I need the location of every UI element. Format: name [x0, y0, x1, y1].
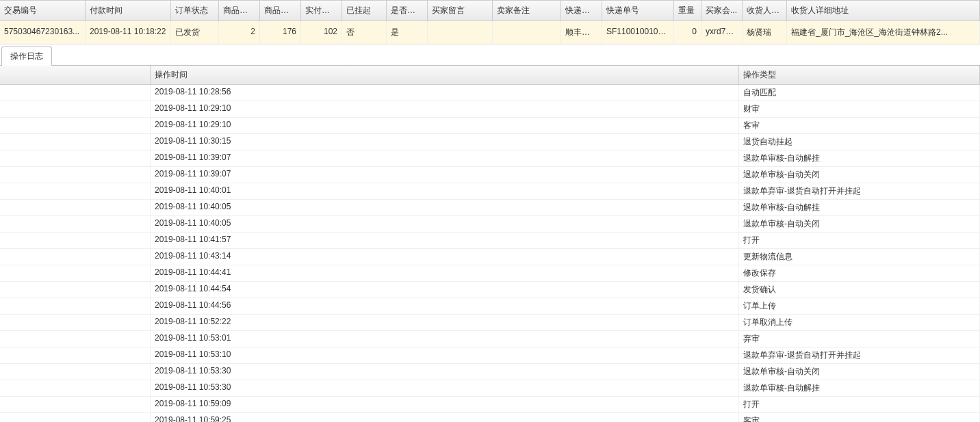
log-cell-spacer: [0, 167, 151, 183]
log-row[interactable]: 2019-08-11 10:53:10退款单弃审-退货自动打开并挂起: [0, 347, 980, 364]
col-header-courier[interactable]: 快递公司: [561, 1, 602, 21]
log-cell-spacer: [0, 150, 151, 166]
order-header-row: 交易编号 付款时间 订单状态 商品数量 商品金额 实付金额 已挂起 是否开票 买…: [0, 0, 980, 21]
log-cell-time: 2019-08-11 10:40:05: [151, 200, 739, 215]
log-cell-spacer: [0, 200, 151, 215]
log-cell-type: 退款单审核-自动关闭: [739, 167, 980, 183]
log-row[interactable]: 2019-08-11 10:41:57打开: [0, 233, 980, 249]
col-header-buyer-msg[interactable]: 买家留言: [428, 1, 493, 21]
log-cell-type: 自动匹配: [739, 85, 980, 101]
col-header-seller-note[interactable]: 卖家备注: [493, 1, 561, 21]
log-cell-time: 2019-08-11 10:59:09: [151, 397, 739, 412]
log-row[interactable]: 2019-08-11 10:29:10客审: [0, 118, 980, 134]
log-row[interactable]: 2019-08-11 10:43:14更新物流信息: [0, 249, 980, 265]
log-cell-type: 退款单弃审-退货自动打开并挂起: [739, 347, 980, 363]
log-cell-time: 2019-08-11 10:53:01: [151, 331, 739, 347]
log-header-spacer: [0, 66, 151, 84]
log-cell-time: 2019-08-11 10:39:07: [151, 167, 739, 183]
log-cell-spacer: [0, 134, 151, 150]
log-cell-type: 打开: [739, 233, 980, 248]
cell-pending: 否: [342, 21, 387, 44]
log-row[interactable]: 2019-08-11 10:53:01弃审: [0, 331, 980, 347]
log-cell-time: 2019-08-11 10:40:01: [151, 183, 739, 199]
log-cell-time: 2019-08-11 10:40:05: [151, 216, 739, 232]
log-cell-spacer: [0, 364, 151, 380]
log-cell-spacer: [0, 331, 151, 347]
cell-tracking: SF1100100100...: [602, 21, 674, 44]
log-row[interactable]: 2019-08-11 10:53:30退款单审核-自动关闭: [0, 364, 980, 380]
log-cell-time: 2019-08-11 10:44:54: [151, 282, 739, 298]
tabs: 操作日志: [0, 46, 980, 66]
log-row[interactable]: 2019-08-11 10:40:01退款单弃审-退货自动打开并挂起: [0, 183, 980, 200]
col-header-invoice[interactable]: 是否开票: [387, 1, 428, 21]
cell-courier: 顺丰隔日: [561, 21, 602, 44]
log-row[interactable]: 2019-08-11 10:44:54发货确认: [0, 282, 980, 298]
cell-invoice: 是: [387, 21, 428, 44]
log-row[interactable]: 2019-08-11 10:40:05退款单审核-自动解挂: [0, 200, 980, 216]
log-cell-spacer: [0, 265, 151, 281]
log-cell-time: 2019-08-11 10:29:10: [151, 101, 739, 117]
log-cell-spacer: [0, 118, 151, 133]
col-header-address[interactable]: 收货人详细地址: [787, 1, 980, 21]
log-row[interactable]: 2019-08-11 10:59:25客审: [0, 413, 980, 422]
col-header-op-type[interactable]: 操作类型: [739, 66, 980, 84]
cell-status: 已发货: [171, 21, 219, 44]
col-header-amount[interactable]: 商品金额: [260, 1, 301, 21]
col-header-qty[interactable]: 商品数量: [219, 1, 260, 21]
log-cell-spacer: [0, 315, 151, 330]
order-row[interactable]: 575030467230163... 2019-08-11 10:18:22 已…: [0, 21, 980, 44]
log-cell-spacer: [0, 85, 151, 101]
log-cell-time: 2019-08-11 10:44:56: [151, 298, 739, 314]
cell-buyer-msg: [428, 21, 493, 44]
log-cell-type: 订单取消上传: [739, 315, 980, 330]
log-row[interactable]: 2019-08-11 10:39:07退款单审核-自动解挂: [0, 150, 980, 167]
col-header-weight[interactable]: 重量: [674, 1, 701, 21]
log-cell-spacer: [0, 249, 151, 265]
cell-weight: 0: [674, 21, 701, 44]
log-row[interactable]: 2019-08-11 10:40:05退款单审核-自动关闭: [0, 216, 980, 233]
col-header-buyer-nick[interactable]: 买家会...: [701, 1, 743, 21]
log-grid: 操作时间 操作类型 2019-08-11 10:28:56自动匹配2019-08…: [0, 66, 980, 422]
log-row[interactable]: 2019-08-11 10:28:56自动匹配: [0, 85, 980, 101]
log-cell-type: 客审: [739, 118, 980, 133]
cell-amount: 176: [260, 21, 301, 44]
log-row[interactable]: 2019-08-11 10:39:07退款单审核-自动关闭: [0, 167, 980, 183]
log-row[interactable]: 2019-08-11 10:53:30退款单审核-自动解挂: [0, 380, 980, 397]
col-header-status[interactable]: 订单状态: [171, 1, 219, 21]
log-cell-time: 2019-08-11 10:44:41: [151, 265, 739, 281]
log-cell-time: 2019-08-11 10:53:10: [151, 347, 739, 363]
log-cell-time: 2019-08-11 10:53:30: [151, 364, 739, 380]
log-row[interactable]: 2019-08-11 10:52:22订单取消上传: [0, 315, 980, 331]
col-header-consignee[interactable]: 收货人姓名: [743, 1, 787, 21]
cell-paid: 102: [301, 21, 342, 44]
col-header-op-time[interactable]: 操作时间: [151, 66, 739, 84]
log-cell-type: 客审: [739, 413, 980, 422]
log-row[interactable]: 2019-08-11 10:44:41修改保存: [0, 265, 980, 282]
log-cell-type: 退款单审核-自动解挂: [739, 200, 980, 215]
col-header-tracking[interactable]: 快递单号: [602, 1, 674, 21]
col-header-pending[interactable]: 已挂起: [342, 1, 387, 21]
cell-consignee: 杨贤瑞: [743, 21, 787, 44]
log-cell-type: 财审: [739, 101, 980, 117]
log-row[interactable]: 2019-08-11 10:59:09打开: [0, 397, 980, 413]
cell-buyer-nick: yxrd7s198: [701, 21, 743, 44]
tab-operation-log[interactable]: 操作日志: [1, 47, 52, 66]
log-row[interactable]: 2019-08-11 10:29:10财审: [0, 101, 980, 118]
log-cell-spacer: [0, 413, 151, 422]
log-cell-spacer: [0, 380, 151, 396]
col-header-paid[interactable]: 实付金额: [301, 1, 342, 21]
log-cell-type: 订单上传: [739, 298, 980, 314]
log-cell-spacer: [0, 216, 151, 232]
log-cell-spacer: [0, 183, 151, 199]
log-row[interactable]: 2019-08-11 10:30:15退货自动挂起: [0, 134, 980, 150]
log-cell-type: 更新物流信息: [739, 249, 980, 265]
log-cell-type: 退款单审核-自动解挂: [739, 380, 980, 396]
col-header-pay-time[interactable]: 付款时间: [86, 1, 171, 21]
col-header-trade-no[interactable]: 交易编号: [0, 1, 86, 21]
log-cell-type: 弃审: [739, 331, 980, 347]
log-cell-time: 2019-08-11 10:52:22: [151, 315, 739, 330]
log-cell-time: 2019-08-11 10:30:15: [151, 134, 739, 150]
cell-seller-note: [493, 21, 561, 44]
log-cell-type: 修改保存: [739, 265, 980, 281]
log-row[interactable]: 2019-08-11 10:44:56订单上传: [0, 298, 980, 315]
